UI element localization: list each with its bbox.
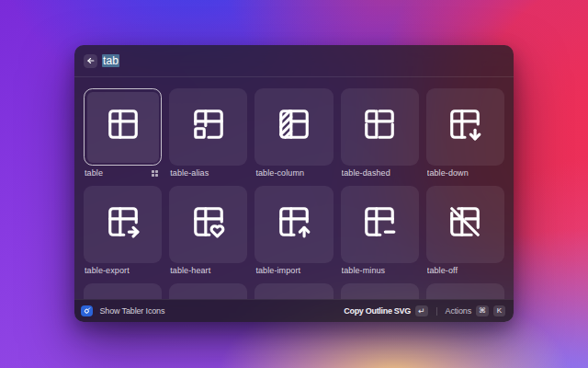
return-key-badge: ↵ xyxy=(415,305,428,317)
tile-label: table-export xyxy=(85,265,161,277)
grid-item-table-down[interactable]: table-down xyxy=(426,88,504,179)
icon-grid: tabletable-aliastable-columntable-dashed… xyxy=(74,77,514,299)
search-bar: tab xyxy=(74,45,514,77)
table-off-icon xyxy=(447,204,482,239)
tile-icon-wrap xyxy=(254,183,333,260)
tile-label: table-off xyxy=(427,265,503,277)
window-glass: tab tabletable-aliastable-columntable-da… xyxy=(74,45,514,322)
tile-background xyxy=(169,283,247,299)
tile-label: table-down xyxy=(427,167,503,179)
grid-tile[interactable] xyxy=(426,283,504,299)
table-down-icon xyxy=(447,107,482,142)
tile-icon-wrap xyxy=(84,183,162,260)
launcher-window: tab tabletable-aliastable-columntable-da… xyxy=(74,45,514,322)
tile-label: table-column xyxy=(255,167,332,179)
tile-label-row: table-export xyxy=(84,265,162,277)
tile-icon-wrap xyxy=(426,183,504,260)
tabler-logo-glyph xyxy=(83,306,92,316)
grid-tile[interactable] xyxy=(254,88,333,166)
table-import-icon xyxy=(277,204,311,239)
tile-background xyxy=(426,283,504,299)
tile-label: table-import xyxy=(255,265,332,277)
tile-label-row: table-dashed xyxy=(341,167,419,179)
command-key-badge: ⌘ xyxy=(476,305,489,317)
tile-icon-wrap xyxy=(426,86,504,163)
grid-tile[interactable] xyxy=(254,186,333,263)
tile-label-row: table-off xyxy=(426,265,504,277)
grid-item-table-minus[interactable]: table-minus xyxy=(341,186,419,277)
table-alias-icon xyxy=(191,107,226,142)
grid-tile[interactable] xyxy=(426,88,504,166)
tile-label: table xyxy=(85,167,152,179)
grid-tile[interactable] xyxy=(84,88,162,166)
table-export-icon xyxy=(106,204,141,239)
tile-label: table-minus xyxy=(342,265,418,277)
grid-tile[interactable] xyxy=(169,88,247,166)
tile-label: table-dashed xyxy=(342,167,418,179)
grid-item-partial[interactable] xyxy=(426,283,504,299)
grid-item-table-heart[interactable]: table-heart xyxy=(169,186,247,277)
k-key-badge: K xyxy=(493,305,505,317)
tile-background xyxy=(84,283,162,299)
footer-right: Copy Outline SVG ↵ Actions ⌘ K xyxy=(344,305,505,317)
table-dashed-icon xyxy=(362,107,397,142)
tile-label-row: table-minus xyxy=(341,265,419,277)
tile-icon-wrap xyxy=(169,183,247,260)
back-button[interactable] xyxy=(84,54,97,68)
grid-item-table[interactable]: table xyxy=(84,88,162,179)
footer-bar: Show Tabler Icons Copy Outline SVG ↵ Act… xyxy=(74,299,514,322)
tabler-logo-icon xyxy=(81,305,93,317)
tile-label-row: table-alias xyxy=(169,167,247,179)
tile-label-row: table-heart xyxy=(169,265,247,277)
grid-tile[interactable] xyxy=(84,283,162,299)
grid-type-icon xyxy=(152,170,158,177)
grid-tile[interactable] xyxy=(169,283,247,299)
tile-icon-wrap xyxy=(254,86,333,163)
grid-tile[interactable] xyxy=(426,186,504,263)
grid-tile[interactable] xyxy=(341,88,419,166)
footer-separator xyxy=(436,307,437,316)
grid-tile[interactable] xyxy=(341,186,419,263)
tile-label: table-heart xyxy=(170,265,246,277)
search-input[interactable]: tab xyxy=(102,54,119,67)
grid-item-table-column[interactable]: table-column xyxy=(254,88,333,179)
footer-left: Show Tabler Icons xyxy=(81,305,344,317)
grid-item-table-dashed[interactable]: table-dashed xyxy=(341,88,419,179)
footer-app-name: Show Tabler Icons xyxy=(100,306,165,316)
tile-label-row: table-down xyxy=(426,167,504,179)
grid-tile[interactable] xyxy=(341,283,419,299)
grid-tile[interactable] xyxy=(84,186,162,263)
grid-tile[interactable] xyxy=(254,283,333,299)
tile-icon-wrap xyxy=(169,86,247,163)
desktop: { "window": { "search": { "value": "tab"… xyxy=(0,0,588,368)
grid-item-partial[interactable] xyxy=(169,283,247,299)
tile-label-row: table-column xyxy=(254,167,333,179)
tile-background xyxy=(254,283,333,299)
tile-background xyxy=(341,283,419,299)
table-heart-icon xyxy=(191,204,226,239)
arrow-left-icon xyxy=(86,56,96,65)
table-column-icon xyxy=(277,107,311,142)
grid-item-partial[interactable] xyxy=(84,283,162,299)
table-minus-icon xyxy=(362,204,397,239)
tile-label-row: table-import xyxy=(254,265,333,277)
grid-tile[interactable] xyxy=(169,186,247,263)
selection-ring xyxy=(84,88,162,166)
primary-action-label[interactable]: Copy Outline SVG xyxy=(344,306,411,316)
grid-item-table-alias[interactable]: table-alias xyxy=(169,88,247,179)
grid-item-partial[interactable] xyxy=(254,283,333,299)
tile-label: table-alias xyxy=(170,167,246,179)
actions-label[interactable]: Actions xyxy=(446,306,471,316)
tile-label-row: table xyxy=(84,167,162,179)
grid-layout-glyph xyxy=(152,170,158,177)
grid-item-table-export[interactable]: table-export xyxy=(84,186,162,277)
grid-item-table-off[interactable]: table-off xyxy=(426,186,504,277)
grid-item-table-import[interactable]: table-import xyxy=(254,186,333,277)
tile-icon-wrap xyxy=(341,183,419,260)
grid-item-partial[interactable] xyxy=(341,283,419,299)
tile-icon-wrap xyxy=(341,86,419,163)
